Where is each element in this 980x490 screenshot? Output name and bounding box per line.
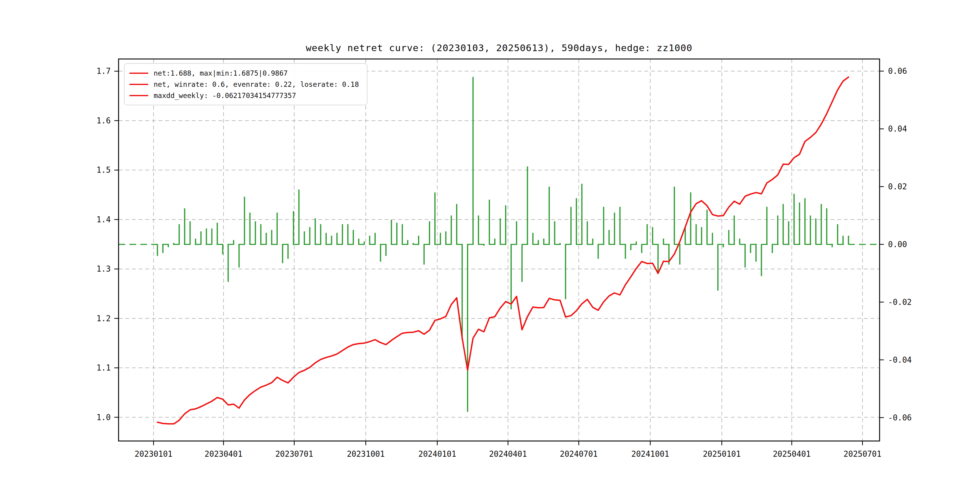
right-tick-label: 0.00: [888, 240, 907, 249]
right-tick-label: 0.02: [888, 182, 907, 191]
plot-border: [119, 59, 880, 441]
chart-title: weekly netret curve: (20230103, 20250613…: [119, 42, 880, 53]
x-tick-label: 20240101: [418, 449, 456, 458]
right-tick-label: 0.06: [888, 67, 907, 76]
right-tick-label: 0.04: [888, 124, 907, 134]
x-tick-label: 20241001: [631, 449, 669, 458]
legend: net:1.688, max|min:1.6875|0.9867 net, wi…: [124, 63, 368, 105]
x-tick-label: 20230701: [275, 449, 313, 458]
net-line-swatch: [129, 95, 148, 96]
net-line-swatch: [129, 73, 148, 74]
figure: 1.01.11.21.31.41.51.61.70.060.040.020.00…: [0, 0, 980, 490]
legend-item-label: net, winrate: 0.6, evenrate: 0.22, loser…: [154, 80, 359, 88]
x-tick-label: 20231001: [347, 449, 385, 458]
left-tick-label: 1.2: [97, 314, 111, 323]
left-tick-label: 1.3: [97, 264, 111, 274]
left-tick-label: 1.5: [97, 165, 111, 175]
right-tick-label: -0.02: [888, 298, 912, 307]
net-line-swatch: [129, 84, 148, 85]
x-tick-label: 20250401: [773, 449, 811, 458]
x-tick-label: 20230401: [204, 449, 242, 458]
legend-item-label: net:1.688, max|min:1.6875|0.9867: [154, 69, 288, 77]
x-tick-label: 20250101: [703, 449, 741, 458]
right-tick-label: -0.04: [888, 355, 912, 364]
left-tick-label: 1.1: [97, 363, 111, 372]
legend-item-net: net:1.688, max|min:1.6875|0.9867: [129, 67, 359, 79]
legend-item-winrate: net, winrate: 0.6, evenrate: 0.22, loser…: [129, 79, 359, 90]
legend-item-maxdd: maxdd_weekly: -0.06217034154777357: [129, 90, 359, 101]
legend-item-label: maxdd_weekly: -0.06217034154777357: [154, 92, 296, 100]
left-tick-label: 1.6: [97, 116, 111, 125]
left-tick-label: 1.0: [97, 413, 111, 422]
x-tick-label: 20240401: [489, 449, 527, 458]
x-tick-label: 20230101: [135, 449, 172, 458]
right-tick-label: -0.06: [888, 413, 912, 422]
left-tick-label: 1.7: [97, 67, 111, 76]
x-tick-label: 20240701: [560, 449, 598, 458]
left-tick-label: 1.4: [97, 215, 111, 224]
x-tick-label: 20250701: [843, 449, 881, 458]
